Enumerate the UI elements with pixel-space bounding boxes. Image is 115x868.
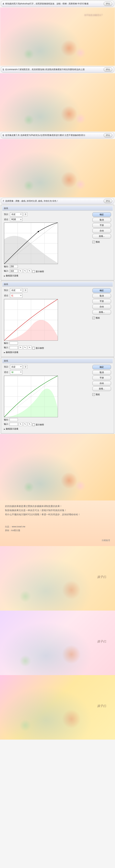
output-label-green: 输出:	[4, 418, 9, 421]
photo-step6-content	[0, 139, 115, 197]
preview-label-green: 预览	[96, 393, 100, 396]
step-4-text: 将拍摄的照片用photoshop打开，按照屏幕像素框架放、滤镜 - 模糊 - 高…	[5, 2, 102, 5]
input-input-green[interactable]	[9, 423, 18, 426]
cancel-button-green[interactable]: 取消	[92, 370, 111, 375]
preview-label-red: 预览	[96, 316, 100, 319]
ending-line3: 有什么不懂的地方随时可以问我哦！希望一时共同进步，反转好哦哈哈哈！	[5, 513, 110, 517]
output-label-red: 输出:	[4, 342, 9, 345]
step-6-num: 6	[3, 134, 4, 136]
curve-options-label-green: 曲线显示选项	[6, 428, 18, 430]
svg-line-0	[4, 223, 58, 264]
preset-menu-icon[interactable]: ☰	[24, 213, 27, 216]
eyedrop-gray-icon-red[interactable]: ✎	[23, 346, 27, 349]
show-clip-label-red: 显示修剪	[36, 347, 44, 350]
curve-graph-green[interactable]	[4, 376, 58, 417]
photo-result	[0, 434, 115, 500]
options-button-rgb[interactable]: 选项...	[92, 234, 111, 239]
eyedrop-black-icon[interactable]: ✎	[19, 269, 23, 273]
auto-button-rgb[interactable]: 自动	[92, 228, 111, 233]
preset-select-rgb[interactable]: 自定	[10, 212, 23, 216]
options-button-green[interactable]: 选项...	[92, 386, 111, 391]
cancel-button-red[interactable]: 取消	[92, 293, 111, 298]
options-button-red[interactable]: 选项...	[92, 310, 111, 314]
credit-label: 出品：	[5, 525, 11, 528]
curves-dialog-green: 曲线 预设: 自定 ☰ 通道: 绿 输出: 输入:	[1, 357, 114, 433]
svg-line-2	[4, 299, 58, 340]
preview-check-green[interactable]	[92, 393, 95, 396]
step-4-comment-button[interactable]: 评论	[104, 2, 112, 6]
curves-title-red: 曲线	[2, 282, 113, 286]
expand-icon[interactable]: ▸	[4, 275, 5, 277]
preset-select-red[interactable]: 自定	[10, 288, 23, 292]
curve-graph-red[interactable]	[4, 299, 58, 341]
eyedrop-white-icon-red[interactable]: ✎	[28, 346, 32, 349]
step-5-text: 在command+J 复制图层后，然后把图/滤镜 把选取的图像重新方框拉到眼睛框…	[5, 68, 102, 71]
expand-icon-red[interactable]: ▸	[4, 351, 5, 353]
smooth-button-green[interactable]: 平滑	[92, 376, 111, 380]
channel-label-red: 通道:	[4, 294, 9, 297]
curve-path-green	[4, 376, 58, 417]
final-photo-2-caption: 孩子们.	[97, 640, 107, 644]
smooth-button-red[interactable]: 平滑	[92, 299, 111, 304]
step-6-text: 使用像皮擦工具 选择硬度为0%的笔头/合照明/图像底部进行擦拭 注意不要接触倒影…	[5, 134, 102, 137]
input-label-green: 输入:	[4, 423, 9, 426]
cancel-button-rgb[interactable]: 取消	[92, 218, 111, 222]
expand-icon-green[interactable]: ▸	[4, 428, 5, 430]
channel-select-rgb[interactable]: RGB	[10, 218, 23, 221]
auto-button-red[interactable]: 自动	[92, 305, 111, 309]
curves-dialog-red: 曲线 预设: 自定 ☰ 通道: 红 输出: 输入:	[1, 281, 114, 357]
eyedrop-white-icon[interactable]: ✎	[28, 269, 32, 273]
auto-button-green[interactable]: 自动	[92, 381, 111, 385]
input-input-red[interactable]	[9, 346, 18, 349]
show-clip-check-red[interactable]	[32, 347, 35, 349]
preset-select-green[interactable]: 自定	[10, 365, 23, 369]
preset-menu-icon-green[interactable]: ☰	[24, 365, 27, 369]
show-clip-check-green[interactable]	[32, 424, 35, 426]
ok-button-rgb[interactable]: 确定	[92, 212, 111, 217]
step-4-num: 4	[3, 2, 4, 5]
output-input-rgb[interactable]	[9, 265, 18, 268]
preview-check-rgb[interactable]	[92, 241, 95, 243]
ending-footer: 归藏整理	[5, 538, 110, 542]
curves-title-green: 曲线	[2, 359, 113, 363]
svg-line-3	[4, 376, 58, 417]
preset-label-green: 预设:	[4, 366, 9, 368]
smooth-button-rgb[interactable]: 平滑	[92, 223, 111, 228]
ok-button-green[interactable]: 确定	[92, 365, 111, 369]
final-photo-3: 孩子们.	[0, 675, 115, 740]
eyedrop-gray-icon[interactable]: ✎	[23, 269, 27, 273]
show-clip-check-rgb[interactable]	[32, 270, 35, 273]
ok-button-red[interactable]: 确定	[92, 288, 111, 293]
input-label-red: 输入:	[4, 346, 9, 349]
step-5-num: 5	[3, 68, 4, 71]
preset-label: 预设:	[4, 213, 9, 216]
output-input-green[interactable]	[9, 418, 18, 421]
curve-options-label: 曲线显示选项	[6, 274, 18, 277]
step-6-comment-button[interactable]: 评论	[104, 133, 112, 137]
photo-step6	[0, 139, 115, 197]
preview-check-red[interactable]	[92, 317, 95, 319]
final-photo-3-caption: 孩子们.	[97, 704, 107, 708]
preset-label-red: 预设:	[4, 289, 9, 292]
channel-select-green[interactable]: 绿	[10, 370, 23, 374]
curve-graph-rgb[interactable]	[4, 222, 58, 264]
step-7-comment-button[interactable]: 评论	[104, 199, 112, 203]
eyedrop-black-icon-red[interactable]: ✎	[19, 346, 23, 349]
step-6-bar: 6 使用像皮擦工具 选择硬度为0%的笔头/合照明/图像底部进行擦拭 注意不要接触…	[1, 132, 114, 138]
step-5-comment-button[interactable]: 评论	[104, 67, 112, 71]
photo-step5	[0, 73, 115, 131]
preset-menu-icon-red[interactable]: ☰	[24, 288, 27, 292]
eyedrop-white-icon-green[interactable]: ✎	[28, 422, 32, 426]
final-photo-1: 孩子们.	[0, 546, 115, 611]
eyedrop-gray-icon-green[interactable]: ✎	[23, 422, 27, 426]
channel-select-red[interactable]: 红	[10, 293, 23, 298]
output-input-red[interactable]	[9, 341, 18, 345]
step-5-bar: 5 在command+J 复制图层后，然后把图/滤镜 把选取的图像重新方框拉到眼…	[1, 66, 114, 73]
step-7-bar: 7 选择图像 - 调整 - 曲线, 加强对比度, 曲线, 补给红色 绿色！ 评论	[1, 198, 114, 204]
input-input-rgb[interactable]	[9, 270, 18, 273]
channel-label-green: 通道:	[4, 371, 9, 374]
curve-path-rgb	[4, 223, 58, 264]
photo-step4: 你不知道,你能否火?	[0, 7, 115, 66]
eyedrop-black-icon-green[interactable]: ✎	[19, 422, 23, 426]
credit-by: 原创：ice图主题	[5, 529, 20, 531]
